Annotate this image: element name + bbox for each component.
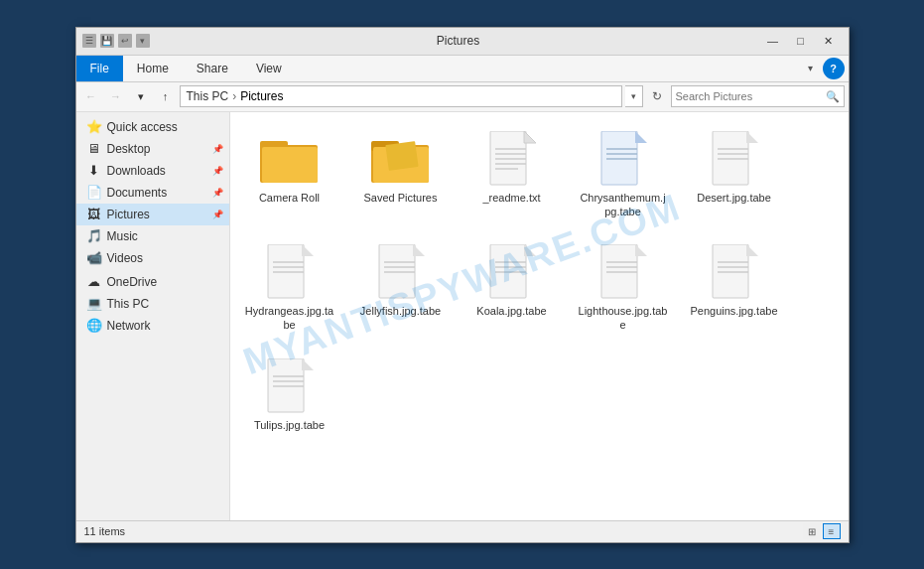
file-name: Hydrangeas.jpg.tabe — [245, 304, 334, 333]
file-item-koala[interactable]: Koala.jpg.tabe — [462, 235, 562, 338]
address-dropdown-button[interactable]: ▾ — [625, 85, 643, 107]
file-item-jellyfish[interactable]: Jellyfish.jpg.tabe — [351, 235, 451, 338]
document-icon — [594, 127, 653, 187]
svg-rect-30 — [379, 244, 415, 298]
document-icon — [705, 240, 764, 300]
undo-icon[interactable]: ↩ — [118, 34, 132, 48]
file-explorer-window: ☰ 💾 ↩ ▾ Pictures — □ ✕ File Home Share V… — [75, 27, 850, 543]
file-item-penguins[interactable]: Penguins.jpg.tabe — [685, 235, 784, 338]
tab-view[interactable]: View — [242, 56, 296, 81]
onedrive-icon: ☁ — [86, 274, 102, 290]
search-box[interactable]: 🔍 — [671, 85, 845, 107]
svg-marker-16 — [635, 131, 647, 143]
sidebar-item-music[interactable]: 🎵 Music — [76, 225, 229, 247]
svg-rect-35 — [490, 244, 526, 298]
address-bar: ← → ▾ ↑ This PC › Pictures ▾ ↻ 🔍 — [76, 82, 849, 112]
star-icon: ⭐ — [86, 119, 102, 135]
refresh-button[interactable]: ↻ — [646, 85, 668, 107]
downloads-icon: ⬇ — [86, 163, 102, 179]
document-icon — [371, 240, 431, 300]
svg-rect-50 — [268, 358, 304, 412]
forward-button[interactable]: → — [105, 85, 127, 107]
sidebar-item-onedrive[interactable]: ☁ OneDrive — [76, 271, 229, 293]
back-button[interactable]: ← — [80, 85, 102, 107]
tab-share[interactable]: Share — [183, 56, 242, 81]
sidebar-section-locations: ☁ OneDrive 💻 This PC 🌐 Network — [76, 271, 229, 337]
pictures-icon: 🖼 — [86, 207, 102, 222]
sidebar-item-label: Quick access — [107, 120, 223, 134]
sidebar-item-videos[interactable]: 📹 Videos — [76, 247, 229, 269]
breadcrumb-pictures[interactable]: Pictures — [240, 89, 283, 103]
file-name: _readme.txt — [482, 191, 540, 205]
file-item-saved-pictures[interactable]: Saved Pictures — [351, 122, 451, 224]
up-button[interactable]: ↑ — [155, 85, 177, 107]
sidebar-item-desktop[interactable]: 🖥 Desktop 📌 — [76, 138, 229, 160]
tab-file[interactable]: File — [76, 56, 123, 81]
svg-rect-45 — [713, 244, 748, 298]
svg-rect-7 — [490, 131, 526, 185]
window-title: Pictures — [158, 34, 759, 48]
sidebar-item-label: Downloads — [107, 164, 207, 178]
file-item-desert[interactable]: Desert.jpg.tabe — [685, 122, 784, 224]
folder-icon — [260, 127, 320, 187]
sidebar-item-label: Music — [107, 229, 223, 243]
item-count-label: 11 items — [84, 525, 803, 537]
sidebar-item-label: Videos — [107, 251, 223, 265]
sidebar-item-network[interactable]: 🌐 Network — [76, 315, 229, 337]
file-name: Penguins.jpg.tabe — [690, 304, 777, 318]
svg-rect-25 — [268, 244, 304, 298]
view-toggles: ⊞ ≡ — [803, 523, 841, 539]
document-icon — [482, 127, 542, 187]
document-icon — [482, 240, 542, 300]
ribbon-expand-button[interactable]: ▾ — [801, 59, 821, 78]
address-path[interactable]: This PC › Pictures — [180, 85, 622, 107]
sidebar-item-label: Network — [107, 319, 223, 333]
desktop-icon: 🖥 — [86, 141, 102, 157]
file-item-hydrangeas[interactable]: Hydrangeas.jpg.tabe — [240, 235, 339, 338]
folder-icon — [371, 127, 431, 187]
titlebar-dropdown-icon[interactable]: ▾ — [136, 34, 150, 48]
file-name: Koala.jpg.tabe — [476, 304, 546, 318]
help-button[interactable]: ? — [823, 58, 845, 79]
sidebar: ⭐ Quick access 🖥 Desktop 📌 ⬇ Downloads 📌 — [76, 112, 230, 520]
file-item-tulips[interactable]: Tulips.jpg.tabe — [240, 350, 339, 437]
title-bar: ☰ 💾 ↩ ▾ Pictures — □ ✕ — [76, 28, 849, 56]
this-pc-icon: 💻 — [86, 296, 102, 312]
close-button[interactable]: ✕ — [815, 30, 843, 52]
sidebar-item-quick-access[interactable]: ⭐ Quick access — [76, 116, 229, 138]
svg-marker-26 — [302, 244, 314, 256]
search-input[interactable] — [676, 90, 826, 102]
svg-marker-46 — [746, 244, 758, 256]
file-name: Chrysanthemum.jpg.tabe — [579, 191, 668, 219]
svg-rect-15 — [601, 131, 637, 185]
documents-icon: 📄 — [86, 185, 102, 201]
sidebar-item-label: Desktop — [107, 142, 207, 156]
list-view-button[interactable]: ≡ — [823, 523, 841, 539]
title-bar-icons: ☰ 💾 ↩ ▾ — [82, 34, 150, 48]
grid-view-button[interactable]: ⊞ — [803, 523, 821, 539]
file-item-lighthouse[interactable]: Lighthouse.jpg.tabe — [574, 235, 673, 338]
ribbon: File Home Share View ▾ ? — [76, 56, 849, 82]
document-icon — [260, 355, 320, 414]
save-state-icon[interactable]: 💾 — [100, 34, 114, 48]
sidebar-item-pictures[interactable]: 🖼 Pictures 📌 — [76, 204, 229, 225]
breadcrumb-thispc[interactable]: This PC — [187, 89, 229, 103]
minimize-button[interactable]: — — [759, 30, 787, 52]
file-item-camera-roll[interactable]: Camera Roll — [240, 122, 339, 224]
status-bar: 11 items ⊞ ≡ — [76, 520, 849, 542]
file-item-chrysanthemum[interactable]: Chrysanthemum.jpg.tabe — [574, 122, 673, 224]
maximize-button[interactable]: □ — [787, 30, 815, 52]
sidebar-item-this-pc[interactable]: 💻 This PC — [76, 293, 229, 315]
pin-icon: 📌 — [212, 210, 223, 219]
sidebar-item-documents[interactable]: 📄 Documents 📌 — [76, 182, 229, 204]
videos-icon: 📹 — [86, 250, 102, 266]
breadcrumb-sep: › — [232, 89, 236, 103]
svg-rect-40 — [601, 244, 637, 298]
tab-home[interactable]: Home — [123, 56, 183, 81]
svg-rect-20 — [713, 131, 748, 185]
file-item-readme[interactable]: _readme.txt — [462, 122, 562, 224]
ribbon-expand-area: ▾ ? — [801, 56, 849, 81]
sidebar-item-downloads[interactable]: ⬇ Downloads 📌 — [76, 160, 229, 182]
recent-locations-button[interactable]: ▾ — [130, 85, 152, 107]
quick-access-icon[interactable]: ☰ — [82, 34, 96, 48]
